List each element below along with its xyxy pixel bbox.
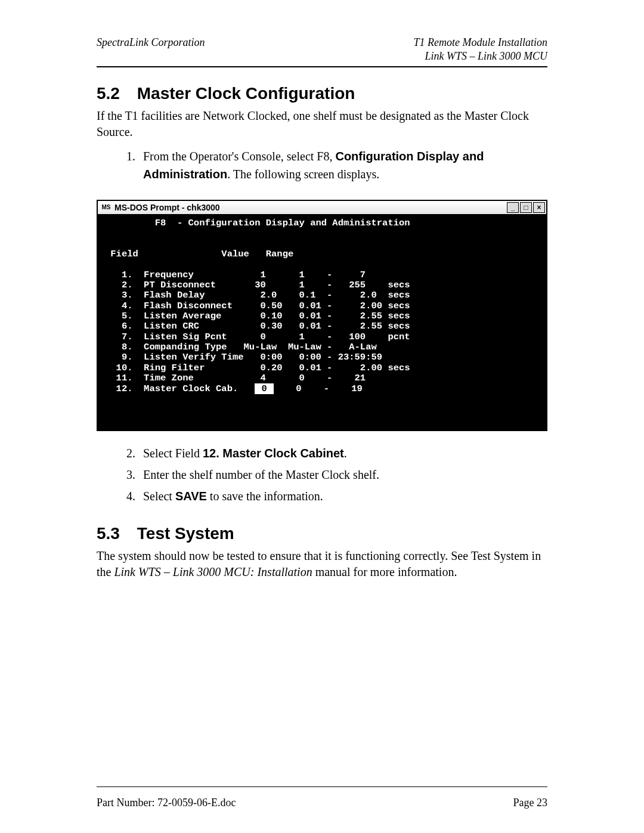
page-header: SpectraLink Corporation T1 Remote Module… bbox=[97, 36, 547, 64]
footer-left: Part Number: 72-0059-06-E.doc bbox=[97, 797, 236, 809]
header-left: SpectraLink Corporation bbox=[97, 36, 205, 64]
header-right: T1 Remote Module Installation Link WTS –… bbox=[414, 36, 547, 64]
header-rule bbox=[97, 66, 547, 67]
section-5-3-heading: 5.3 Test System bbox=[97, 524, 547, 543]
page-footer: Part Number: 72-0059-06-E.doc Page 23 bbox=[97, 760, 547, 809]
minimize-button[interactable]: _ bbox=[507, 202, 519, 213]
maximize-button[interactable]: □ bbox=[520, 202, 532, 213]
step-4: Select SAVE to save the information. bbox=[138, 487, 547, 505]
msdos-icon: MS bbox=[100, 202, 112, 213]
section-5-2-steps-a: From the Operator's Console, select F8, … bbox=[97, 147, 547, 187]
console-body: F8 - Configuration Display and Administr… bbox=[98, 215, 546, 430]
close-button[interactable]: × bbox=[533, 202, 545, 213]
section-5-2-para: If the T1 facilities are Network Clocked… bbox=[97, 108, 547, 140]
footer-right: Page 23 bbox=[513, 797, 548, 809]
console-window: MS MS-DOS Prompt - chk3000 _ □ × F8 - Co… bbox=[97, 200, 547, 431]
step-3: Enter the shelf number of the Master Clo… bbox=[138, 466, 547, 484]
console-titlebar: MS MS-DOS Prompt - chk3000 _ □ × bbox=[98, 201, 546, 215]
step-1: From the Operator's Console, select F8, … bbox=[138, 147, 547, 183]
section-5-3-para: The system should now be tested to ensur… bbox=[97, 548, 547, 580]
console-title: MS-DOS Prompt - chk3000 bbox=[114, 203, 507, 212]
step-2: Select Field 12. Master Clock Cabinet. bbox=[138, 444, 547, 462]
selected-field-value: 0 bbox=[255, 383, 274, 394]
section-5-2-steps-b: Select Field 12. Master Clock Cabinet. E… bbox=[97, 444, 547, 509]
section-5-2-heading: 5.2 Master Clock Configuration bbox=[97, 84, 547, 103]
footer-rule bbox=[97, 786, 547, 787]
